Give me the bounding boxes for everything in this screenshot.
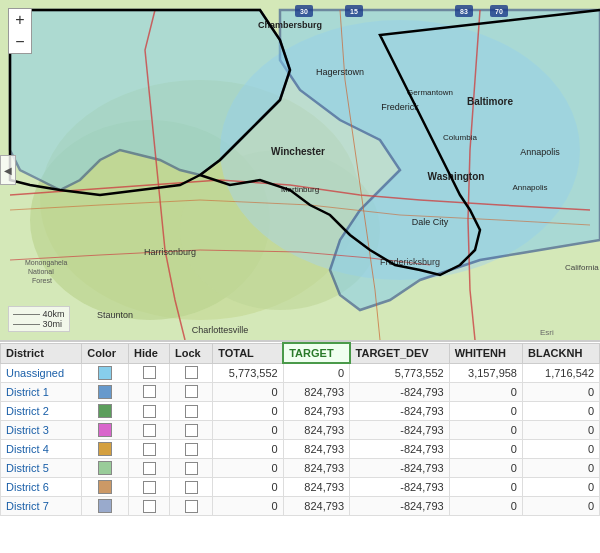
color-swatch — [98, 366, 112, 380]
whitenh-cell: 0 — [449, 382, 522, 401]
target-dev-cell: -824,793 — [350, 401, 450, 420]
table-row: District 30824,793-824,79300 — [1, 420, 600, 439]
total-cell: 0 — [213, 478, 284, 497]
hide-checkbox[interactable] — [143, 500, 156, 513]
color-swatch — [98, 423, 112, 437]
district-color-cell[interactable] — [82, 382, 129, 401]
district-color-cell[interactable] — [82, 420, 129, 439]
target-cell: 0 — [283, 363, 349, 382]
target-dev-cell: -824,793 — [350, 439, 450, 458]
hide-checkbox-cell[interactable] — [129, 497, 170, 516]
hide-checkbox-cell[interactable] — [129, 401, 170, 420]
lock-checkbox-cell[interactable] — [170, 458, 213, 477]
hide-checkbox-cell[interactable] — [129, 382, 170, 401]
lock-checkbox-cell[interactable] — [170, 478, 213, 497]
target-dev-cell: -824,793 — [350, 420, 450, 439]
zoom-in-button[interactable]: + — [9, 9, 31, 31]
hide-checkbox[interactable] — [143, 405, 156, 418]
hide-checkbox-cell[interactable] — [129, 458, 170, 477]
svg-text:Annapolis: Annapolis — [520, 147, 560, 157]
table-row: Unassigned5,773,55205,773,5523,157,9581,… — [1, 363, 600, 382]
district-name-cell: Unassigned — [1, 363, 82, 382]
district-name-cell: District 1 — [1, 382, 82, 401]
target-cell: 824,793 — [283, 420, 349, 439]
svg-text:Harrisonburg: Harrisonburg — [144, 247, 196, 257]
zoom-out-button[interactable]: − — [9, 31, 31, 53]
col-header-target-dev: TARGET_DEV — [350, 343, 450, 363]
district-color-cell[interactable] — [82, 401, 129, 420]
target-dev-cell: -824,793 — [350, 478, 450, 497]
col-header-hide: Hide — [129, 343, 170, 363]
hide-checkbox[interactable] — [143, 443, 156, 456]
target-cell: 824,793 — [283, 458, 349, 477]
district-color-cell[interactable] — [82, 458, 129, 477]
lock-checkbox-cell[interactable] — [170, 497, 213, 516]
lock-checkbox[interactable] — [185, 443, 198, 456]
lock-checkbox[interactable] — [185, 405, 198, 418]
col-header-district: District — [1, 343, 82, 363]
svg-text:Esri: Esri — [540, 328, 554, 337]
svg-text:15: 15 — [350, 8, 358, 15]
hide-checkbox[interactable] — [143, 366, 156, 379]
district-table: District Color Hide Lock TOTAL TARGET TA… — [0, 342, 600, 516]
whitenh-cell: 0 — [449, 420, 522, 439]
district-color-cell[interactable] — [82, 478, 129, 497]
lock-checkbox[interactable] — [185, 385, 198, 398]
hide-checkbox-cell[interactable] — [129, 363, 170, 382]
svg-text:Monongahela: Monongahela — [25, 259, 68, 267]
hide-checkbox[interactable] — [143, 481, 156, 494]
blacknh-cell: 0 — [522, 439, 599, 458]
lock-checkbox[interactable] — [185, 462, 198, 475]
lock-checkbox-cell[interactable] — [170, 420, 213, 439]
lock-checkbox[interactable] — [185, 424, 198, 437]
lock-checkbox-cell[interactable] — [170, 439, 213, 458]
zoom-controls: + − — [8, 8, 32, 54]
target-dev-cell: 5,773,552 — [350, 363, 450, 382]
col-header-total: TOTAL — [213, 343, 284, 363]
svg-text:Charlottesville: Charlottesville — [192, 325, 249, 335]
table-row: District 10824,793-824,79300 — [1, 382, 600, 401]
svg-text:70: 70 — [495, 8, 503, 15]
lock-checkbox[interactable] — [185, 500, 198, 513]
svg-text:Annapolis: Annapolis — [512, 183, 547, 192]
lock-checkbox-cell[interactable] — [170, 363, 213, 382]
col-header-lock: Lock — [170, 343, 213, 363]
total-cell: 0 — [213, 420, 284, 439]
lock-checkbox[interactable] — [185, 481, 198, 494]
blacknh-cell: 0 — [522, 420, 599, 439]
table-body: Unassigned5,773,55205,773,5523,157,9581,… — [1, 363, 600, 516]
col-header-color: Color — [82, 343, 129, 363]
svg-text:Dale City: Dale City — [412, 217, 449, 227]
svg-text:83: 83 — [460, 8, 468, 15]
lock-checkbox-cell[interactable] — [170, 382, 213, 401]
district-name-cell: District 3 — [1, 420, 82, 439]
hide-checkbox[interactable] — [143, 424, 156, 437]
whitenh-cell: 0 — [449, 439, 522, 458]
target-dev-cell: -824,793 — [350, 497, 450, 516]
district-color-cell[interactable] — [82, 497, 129, 516]
whitenh-cell: 0 — [449, 458, 522, 477]
district-color-cell[interactable] — [82, 439, 129, 458]
blacknh-cell: 0 — [522, 497, 599, 516]
color-swatch — [98, 461, 112, 475]
hide-checkbox-cell[interactable] — [129, 439, 170, 458]
lock-checkbox[interactable] — [185, 366, 198, 379]
hide-checkbox-cell[interactable] — [129, 420, 170, 439]
district-color-cell[interactable] — [82, 363, 129, 382]
hide-checkbox[interactable] — [143, 385, 156, 398]
target-dev-cell: -824,793 — [350, 382, 450, 401]
hide-checkbox-cell[interactable] — [129, 478, 170, 497]
svg-text:Washington: Washington — [428, 171, 485, 182]
panel-toggle-button[interactable]: ◀ — [0, 155, 16, 185]
district-name-cell: District 5 — [1, 458, 82, 477]
blacknh-cell: 0 — [522, 401, 599, 420]
hide-checkbox[interactable] — [143, 462, 156, 475]
svg-text:National: National — [28, 268, 54, 275]
color-swatch — [98, 404, 112, 418]
whitenh-cell: 3,157,958 — [449, 363, 522, 382]
lock-checkbox-cell[interactable] — [170, 401, 213, 420]
total-cell: 0 — [213, 458, 284, 477]
col-header-target: TARGET — [283, 343, 349, 363]
table-row: District 40824,793-824,79300 — [1, 439, 600, 458]
color-swatch — [98, 499, 112, 513]
